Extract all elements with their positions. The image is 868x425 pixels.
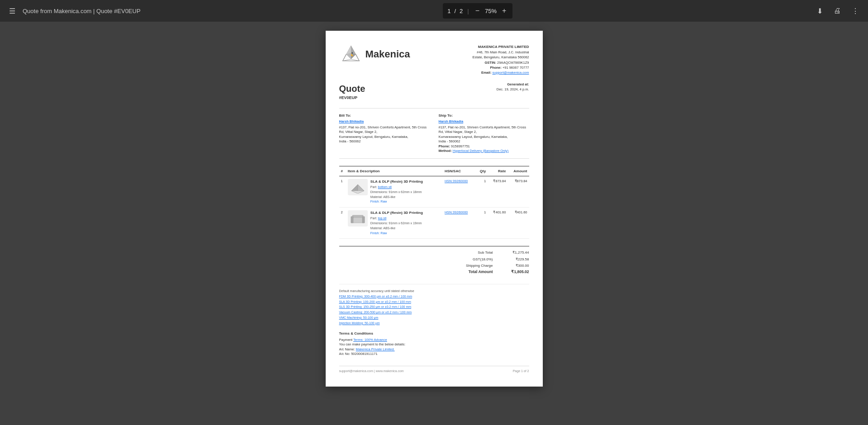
col-amount: Amount bbox=[508, 166, 529, 176]
notes-section: Default manufacturing accuracy until sta… bbox=[339, 284, 529, 326]
doc-header: Makenica MAKENICA PRIVATE LIMITED #46, 7… bbox=[339, 44, 529, 75]
svg-rect-20 bbox=[362, 217, 365, 223]
item2-rate: ₹401.60 bbox=[488, 208, 508, 239]
svg-line-10 bbox=[356, 54, 359, 61]
gst-value: ₹229.58 bbox=[502, 257, 529, 262]
col-rate: Rate bbox=[488, 166, 508, 176]
item1-image bbox=[348, 179, 368, 195]
items-table: # Item & Description HSN/SAC Qty Rate Am… bbox=[339, 166, 529, 239]
footer-page: Page 1 of 2 bbox=[513, 369, 529, 373]
terms-ac-name: A/c Name: Makenica Private Limited. bbox=[339, 347, 529, 352]
page-total: 2 bbox=[460, 8, 463, 14]
col-item: Item & Description bbox=[346, 166, 443, 176]
bill-to-block: Bill To: Harsh Bhikadia #137, Flat no-20… bbox=[339, 113, 430, 154]
item2-desc: SLA & DLP (Resin) 3D Printing Part: top.… bbox=[346, 208, 443, 239]
logo-area: Makenica bbox=[339, 44, 410, 64]
item1-qty: 1 bbox=[476, 176, 488, 207]
more-options-button[interactable]: ⋮ bbox=[850, 5, 861, 17]
item1-rate: ₹873.84 bbox=[488, 176, 508, 207]
generated-at-block: Generated at: Dec. 19, 2024, 4 p.m. bbox=[497, 82, 529, 92]
page-current: 1 bbox=[447, 8, 451, 14]
toolbar: ☰ Quote from Makenica.com | Quote #EV0EU… bbox=[0, 0, 868, 22]
document-title: Quote from Makenica.com | Quote #EV0EUP bbox=[23, 8, 141, 14]
item1-details: SLA & DLP (Resin) 3D Printing Part: bott… bbox=[370, 179, 423, 204]
col-hsn: HSN/SAC bbox=[443, 166, 476, 176]
note-vmc: VMC Machining: 50-100 μm bbox=[339, 316, 529, 320]
company-address1: #46, 7th Main Road, J.C. Industrial bbox=[472, 50, 529, 55]
item2-hsn: HSN:39260000 bbox=[443, 208, 476, 239]
subtotal-label: Sub Total bbox=[448, 250, 493, 255]
ship-to-block: Ship To: Harsh Bhikadia #137, Flat no-20… bbox=[439, 113, 529, 154]
terms-title: Terms & Conditions bbox=[339, 331, 529, 336]
company-logo-text: Makenica bbox=[365, 47, 410, 61]
svg-point-8 bbox=[352, 52, 352, 53]
svg-marker-16 bbox=[351, 191, 364, 194]
total-row: Total Amount ₹1,805.02 bbox=[339, 269, 529, 275]
bill-to-label: Bill To: bbox=[339, 113, 430, 118]
quote-title: Quote bbox=[339, 82, 365, 95]
note-injection: Injection Molding: 50-100 μm bbox=[339, 321, 529, 326]
table-row: 1 bbox=[339, 176, 529, 207]
ship-to-phone: Phone: 9158997751 bbox=[439, 144, 529, 149]
menu-button[interactable]: ☰ bbox=[7, 5, 17, 17]
item1-desc: SLA & DLP (Resin) 3D Printing Part: bott… bbox=[346, 176, 443, 207]
zoom-level: 75% bbox=[485, 8, 497, 14]
footer-email: support@makenica.com | www.makenica.com bbox=[339, 369, 404, 373]
zoom-out-button[interactable]: − bbox=[474, 5, 481, 17]
note-vacuum: Vacuum Casting: 200-500 μm or ±0.2 mm / … bbox=[339, 310, 529, 315]
gst-label: GST(18.0%) bbox=[448, 257, 493, 262]
company-name: MAKENICA PRIVATE LIMITED bbox=[472, 44, 529, 50]
page-separator: / bbox=[454, 8, 456, 14]
terms-section: Terms & Conditions Payment Terms: 100% A… bbox=[339, 331, 529, 357]
item1-hsn: HSN:39260000 bbox=[443, 176, 476, 207]
col-qty: Qty bbox=[476, 166, 488, 176]
subtotal-row: Sub Total ₹1,275.44 bbox=[339, 250, 529, 255]
gst-row: GST(18.0%) ₹229.58 bbox=[339, 257, 529, 262]
quote-title-section: Quote #EV0EUP Generated at: Dec. 19, 202… bbox=[339, 82, 529, 101]
quote-title-block: Quote #EV0EUP bbox=[339, 82, 365, 101]
doc-footer: support@makenica.com | www.makenica.com … bbox=[339, 366, 529, 373]
zoom-in-button[interactable]: + bbox=[500, 5, 508, 17]
svg-rect-18 bbox=[352, 215, 363, 217]
ship-to-method: Method: Hyperlocal Delivery (Bangalore O… bbox=[439, 149, 529, 154]
ship-to-address: #137, Flat no-201, Shriven Comforts Apar… bbox=[439, 125, 529, 135]
item2-details: SLA & DLP (Resin) 3D Printing Part: top.… bbox=[370, 210, 423, 236]
company-gstin: GSTIN: 29AAQCM7869K1Z9 bbox=[472, 60, 529, 65]
subtotal-value: ₹1,275.44 bbox=[502, 250, 529, 255]
ship-to-city: Kumaraswamy Layout, Bengaluru, Karnataka… bbox=[439, 135, 529, 140]
note-sla: SLA 3D Printing: 100-200 μm or ±0.2 mm /… bbox=[339, 300, 529, 304]
total-value: ₹1,805.02 bbox=[502, 269, 529, 275]
bill-to-address: #137, Flat no-201, Shriven Comforts Apar… bbox=[339, 125, 430, 135]
ship-to-label: Ship To: bbox=[439, 113, 529, 118]
item2-qty: 1 bbox=[476, 208, 488, 239]
item1-number: 1 bbox=[339, 176, 346, 207]
total-label: Total Amount bbox=[448, 269, 493, 275]
download-button[interactable]: ⬇ bbox=[815, 5, 825, 17]
item2-image bbox=[348, 210, 368, 227]
item2-amount: ₹401.60 bbox=[508, 208, 529, 239]
address-section: Bill To: Harsh Bhikadia #137, Flat no-20… bbox=[339, 108, 529, 159]
bill-to-country: India - 560062 bbox=[339, 139, 430, 144]
bill-to-city: Kumaraswamy Layout, Bengaluru, Karnataka… bbox=[339, 135, 430, 140]
part2-svg bbox=[350, 212, 366, 225]
shipping-row: Shipping Charge ₹300.00 bbox=[339, 263, 529, 268]
note-fdm: FDM 3D Printing: 300-400 μm or ±0.2 mm /… bbox=[339, 294, 529, 299]
item2-number: 2 bbox=[339, 208, 346, 239]
note-sls: SLS 3D Printing: 150-250 μm or ±0.2 mm /… bbox=[339, 305, 529, 309]
print-button[interactable]: 🖨 bbox=[832, 5, 843, 17]
toolbar-left: ☰ Quote from Makenica.com | Quote #EV0EU… bbox=[7, 5, 141, 17]
part1-svg bbox=[350, 181, 366, 194]
svg-line-9 bbox=[342, 54, 346, 61]
company-phone: Phone: +91 96067 70777 bbox=[472, 65, 529, 70]
generated-date: Dec. 19, 2024, 4 p.m. bbox=[497, 87, 529, 91]
ship-to-country: India - 560062 bbox=[439, 139, 529, 144]
pdf-viewer: Makenica MAKENICA PRIVATE LIMITED #46, 7… bbox=[0, 22, 868, 425]
toolbar-center: 1 / 2 | − 75% + bbox=[443, 3, 512, 19]
company-logo bbox=[339, 44, 363, 64]
svg-rect-19 bbox=[351, 217, 353, 223]
separator: | bbox=[466, 8, 470, 14]
company-info: MAKENICA PRIVATE LIMITED #46, 7th Main R… bbox=[472, 44, 529, 75]
pdf-page: Makenica MAKENICA PRIVATE LIMITED #46, 7… bbox=[326, 31, 543, 387]
ship-to-name: Harsh Bhikadia bbox=[439, 119, 529, 124]
company-address2: Estate, Bengaluru, Karnataka 560062 bbox=[472, 55, 529, 60]
